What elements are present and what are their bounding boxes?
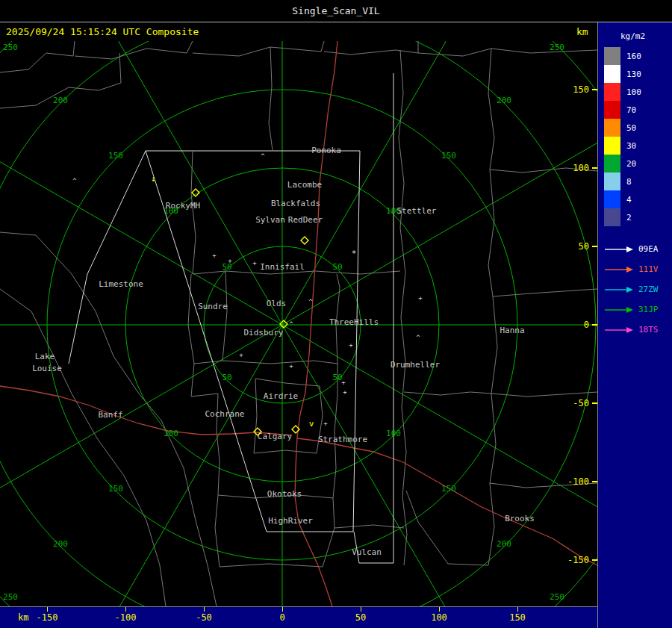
horizontal-axis-tick: [282, 607, 283, 612]
city-label: ThreeHills: [329, 317, 379, 327]
city-label: Innisfail: [260, 262, 305, 272]
town-caret-marker: ^: [416, 334, 420, 341]
radar-site-arrow-icon: [604, 306, 634, 314]
vertical-axis-label: -100: [567, 476, 589, 487]
vertical-axis-label: 0: [584, 320, 589, 330]
ring-distance-label: 50: [222, 373, 231, 382]
county-boundary: [488, 170, 597, 296]
header-row: 2025/09/24 15:15:24 UTC Composite km: [0, 22, 597, 41]
county-boundary: [223, 271, 227, 361]
legend-entry: 100: [604, 83, 641, 101]
legend-value-label: 70: [626, 105, 636, 115]
city-label: Brooks: [505, 514, 535, 523]
radar-site-entry[interactable]: 27ZW: [604, 279, 659, 299]
town-plus-marker: +: [349, 341, 353, 349]
ring-distance-label: 50: [332, 262, 342, 272]
legend-swatch: [604, 172, 620, 190]
city-label: RockyMH: [166, 201, 200, 211]
county-boundary: [404, 392, 491, 395]
city-label: Blackfalds: [271, 199, 320, 208]
city-label: Lake: [35, 352, 55, 361]
ring-distance-label: 150: [441, 151, 456, 161]
vil-legend: 16013010070503020842: [604, 47, 641, 226]
radar-site-entry[interactable]: 18TS: [604, 320, 659, 340]
radar-site-marker: [301, 237, 308, 244]
vertical-axis-label: -150: [567, 555, 589, 565]
radar-site-entry[interactable]: 31JP: [604, 299, 659, 320]
county-boundary: [406, 483, 494, 565]
city-label: RedDeer: [288, 215, 323, 225]
radial-line: [0, 129, 282, 326]
city-label: Banff: [98, 410, 122, 420]
horizontal-axis-tick: [517, 607, 518, 612]
radar-site-id-label: 18TS: [638, 325, 659, 335]
legend-entry: 70: [604, 101, 641, 119]
city-label: Olds: [267, 299, 287, 308]
horizontal-axis-label: 50: [355, 612, 366, 623]
legend-swatch: [604, 208, 620, 226]
radial-line: [87, 325, 283, 606]
radial-line: [282, 325, 597, 521]
ring-distance-label: 150: [108, 484, 123, 494]
city-label: Sylvan: [255, 215, 285, 225]
legend-swatch: [604, 83, 620, 101]
radar-site-entry[interactable]: 09EA: [604, 239, 659, 259]
legend-swatch: [604, 119, 620, 137]
city-label: Ponoka: [311, 146, 341, 155]
horizontal-axis-label: -100: [115, 612, 137, 623]
legend-value-label: 160: [626, 52, 641, 61]
vertical-axis-unit-label: km: [576, 26, 588, 37]
city-label: Stettler: [397, 206, 437, 216]
storm-marker: v: [309, 419, 314, 429]
legend-swatch: [604, 65, 620, 83]
town-plus-marker: +: [289, 362, 293, 370]
ring-distance-label: 200: [497, 539, 511, 549]
horizontal-axis-label: -150: [37, 612, 58, 623]
horizontal-axis-tick: [125, 607, 126, 612]
city-label: Strathmore: [318, 435, 367, 444]
legend-value-label: 8: [626, 177, 632, 187]
radar-site-arrow-icon: [604, 286, 634, 293]
county-boundary: [418, 49, 597, 56]
city-label: Hanna: [500, 326, 524, 335]
legend-value-label: 130: [626, 69, 641, 79]
window-titlebar[interactable]: Single_Scan_VIL: [0, 0, 672, 22]
county-boundary: [324, 41, 418, 55]
county-boundary: [75, 41, 193, 59]
legend-value-label: 50: [626, 123, 636, 133]
county-boundary: [193, 41, 324, 56]
horizontal-axis-tick: [204, 607, 205, 612]
radar-site-entry[interactable]: 111V: [604, 259, 659, 279]
county-boundary: [0, 289, 166, 606]
radar-site-id-label: 27ZW: [638, 285, 659, 294]
radar-site-id-label: 09EA: [638, 244, 659, 254]
legend-value-label: 100: [626, 87, 641, 97]
city-label: Lacombe: [287, 180, 322, 190]
legend-entry: 2: [604, 208, 641, 226]
town-caret-marker: ^: [289, 320, 293, 328]
city-label: HighRiver: [268, 516, 313, 526]
radar-site-arrow-icon: [604, 246, 634, 253]
radar-site-id-label: 111V: [638, 264, 659, 274]
horizontal-axis-tick: [361, 607, 361, 612]
radar-map[interactable]: 5010015020025050100150200250501001502002…: [0, 41, 597, 606]
ring-distance-label: 150: [108, 151, 123, 161]
county-boundary: [188, 274, 337, 364]
legend-entry: 20: [604, 155, 641, 172]
legend-swatch: [604, 101, 620, 119]
city-label: Louise: [32, 364, 62, 373]
city-label: Okotoks: [267, 489, 302, 499]
town-caret-marker: ^: [308, 298, 313, 305]
legend-entry: 160: [604, 47, 641, 65]
radar-site-legend: 09EA111V27ZW31JP18TS: [604, 239, 659, 340]
horizontal-axis-label: 150: [509, 612, 526, 623]
county-boundary: [269, 47, 273, 150]
county-boundary: [191, 152, 400, 274]
highway-line: [297, 438, 597, 565]
ring-distance-label: 150: [441, 484, 456, 494]
town-plus-marker: +: [252, 259, 257, 267]
county-boundary: [215, 495, 335, 567]
city-label: Vulcan: [352, 547, 382, 557]
county-boundary: [0, 232, 72, 274]
town-plus-marker: +: [212, 252, 217, 259]
